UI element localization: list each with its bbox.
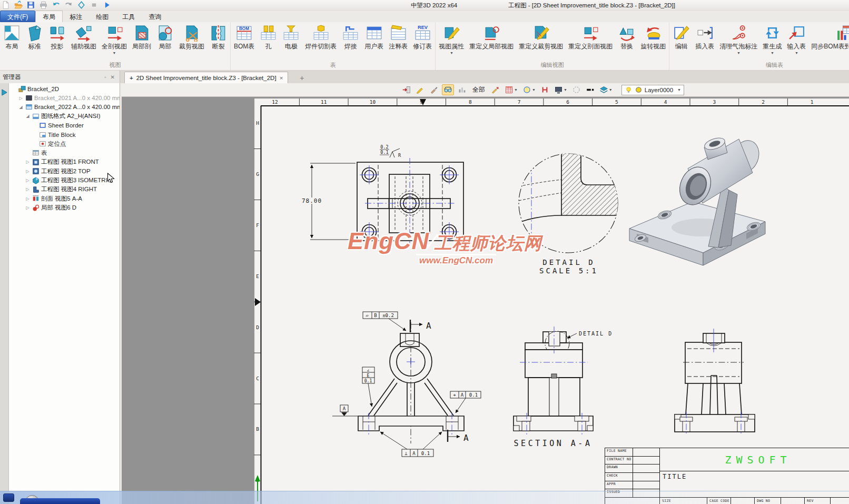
menu-tab[interactable]: 查询 [142,11,168,22]
tree-item[interactable]: 定位点 [9,139,120,148]
view-section-aa[interactable]: DETAIL D SECTION A-A [514,327,613,448]
canvas-tool-button[interactable]: ▼ [504,84,519,95]
menu-tab[interactable]: 工具 [115,11,142,22]
view-right[interactable] [675,329,755,435]
canvas-tool-button[interactable]: ▼ [521,84,537,95]
tree-item[interactable]: ▷ 工程图 视图1 FRONT [9,157,120,166]
fcf-position[interactable]: ⌖ A 0.1 [450,391,481,413]
tree-expander-icon[interactable]: ▷ [25,169,31,174]
tab-close-icon[interactable]: × [280,75,283,81]
menu-tab[interactable]: 绘图 [89,11,115,22]
drawing-canvas[interactable]: ▼▼▼▼▼全部▼▼▼▼▼▼▼▼▼ Layer0000 ▼ [120,83,849,504]
document-tab[interactable]: + 2D Sheet Improvement_title block.Z3 - … [124,72,288,83]
ribbon-button[interactable]: 孔▼ [257,22,280,56]
ribbon-button[interactable]: 焊件切割表▼ [302,22,339,56]
tree-item[interactable]: ▷ 剖面 视图5 A-A [9,194,120,203]
canvas-tool-button[interactable]: ▼ [490,84,501,95]
ribbon-button[interactable]: 断裂▼ [207,22,230,56]
windows-taskbar[interactable] [0,491,849,504]
ribbon-button[interactable]: 焊接▼ [339,22,362,56]
drawing-sheet[interactable]: .ol{fill:none;stroke:#1a1a1a;stroke-widt… [254,98,849,504]
ribbon-button[interactable]: 旋转视图▼ [638,22,668,56]
taskbar-app-icon[interactable] [3,493,14,502]
ribbon-button[interactable]: 编辑▼ [670,22,693,56]
ribbon-button[interactable]: 同步BOM表到零件属性▼ [808,22,849,56]
menu-tab[interactable]: 标注 [63,11,89,22]
qat-button-icon[interactable] [64,1,73,9]
ribbon-button[interactable]: 输入表▼ [784,22,808,56]
ribbon-button[interactable]: 标准▼ [23,22,46,56]
file-menu-button[interactable]: 文件(F) [0,11,35,22]
tree-item[interactable]: ◢ 图纸格式 A2_H(ANSI) [9,112,120,121]
tree-expander-icon[interactable]: ▷ [25,205,31,210]
panel-close-icon[interactable]: ✕ [108,74,117,80]
canvas-tool-button[interactable]: ▼ [457,84,468,95]
view-front[interactable]: A A ▱ B ±0.2 [332,312,481,457]
qat-button-icon[interactable] [77,1,86,9]
ribbon-button[interactable]: 布局▼ [1,22,23,56]
tree-item[interactable]: ▷ 工程图 视图2 TOP [9,167,120,176]
tree-expander-icon[interactable]: ◢ [18,105,24,110]
ribbon-button[interactable]: 替换▼ [615,22,638,56]
ribbon-button[interactable]: 重定义裁剪视图▼ [516,22,566,56]
ribbon-button[interactable]: 重定义局部视图▼ [467,22,516,56]
ribbon-button[interactable]: 局部▼ [154,22,176,56]
ribbon-button[interactable]: 用户表▼ [362,22,386,56]
qat-button-icon[interactable] [26,1,35,9]
ribbon-button[interactable]: 裁剪视图▼ [176,22,207,56]
tree-item[interactable]: 表 [9,149,120,157]
canvas-tool-button[interactable]: ▼ [401,84,412,95]
ribbon-button[interactable]: 插入表▼ [693,22,717,56]
canvas-tool-button[interactable]: ▼ [571,84,582,95]
ribbon-button[interactable]: 投影▼ [46,22,68,56]
ribbon-button[interactable]: 注释表▼ [386,22,410,56]
tree-item[interactable]: ▷ Bracket_2021 A...0 x 420.00 mm) [9,93,120,102]
ribbon-button[interactable]: BOMBOM表▼ [231,22,257,56]
ribbon-button[interactable]: 重生成▼ [760,22,784,56]
menu-tab[interactable]: 布局 [35,11,63,22]
tree-expander-icon[interactable]: ▷ [18,96,24,101]
ribbon-button[interactable]: 清理气泡标注▼ [717,22,760,56]
fcf-flatness[interactable]: ▱ B ±0.2 [363,312,406,331]
tree-item[interactable]: Sheet Border [9,121,120,130]
ribbon-button[interactable]: REV修订表▼ [410,22,435,56]
canvas-tool-button[interactable]: 全部▼ [470,84,487,95]
qat-button-icon[interactable] [14,1,23,9]
tree-expander-icon[interactable]: ▷ [25,178,31,183]
tree-item[interactable]: ▷ 工程图 视图4 RIGHT [9,185,120,194]
fcf-angularity[interactable]: ∠ E 0.1 [362,367,374,407]
view-isometric[interactable] [629,136,765,265]
fcf-perpendicularity[interactable]: ⊥ A 0.1 [380,432,442,457]
qat-button-icon[interactable] [102,1,111,9]
qat-button-icon[interactable] [52,1,61,9]
qat-button-icon[interactable] [1,1,10,9]
panel-float-icon[interactable]: ▫ [102,74,108,80]
canvas-tool-button[interactable]: ▼ [553,84,568,95]
new-tab-button[interactable]: + [295,74,308,83]
tree-item[interactable]: ◢ Bracket_2022 A...0 x 420.00 mm) [9,103,120,112]
tree-item[interactable]: ▷ 工程图 视图3 ISOMETRIC [9,176,120,185]
qat-button-icon[interactable] [90,1,98,9]
ribbon-button[interactable]: 电极▼ [280,22,302,56]
ribbon-button[interactable]: 辅助视图▼ [68,22,99,56]
ribbon-button[interactable]: 局部剖▼ [130,22,154,56]
tree-expander-icon[interactable]: ▷ [25,196,31,201]
canvas-tool-button[interactable]: ▼ [414,84,426,95]
layer-selector[interactable]: Layer0000 ▼ [621,85,684,95]
tree-expander-icon[interactable]: ◢ [25,114,31,118]
canvas-tool-button[interactable]: ▼ [539,84,550,95]
datum-a-flag[interactable]: A [332,405,358,416]
canvas-tool-button[interactable]: ▼ [585,84,596,95]
ribbon-button[interactable]: 全剖视图▼ [99,22,130,56]
tree-expander-icon[interactable]: ▷ [25,187,31,192]
tree-expander-icon[interactable]: ▷ [25,160,31,164]
qat-button-icon[interactable] [39,1,48,9]
tree-item[interactable]: Title Block [9,130,120,139]
tree-item[interactable]: ▷ 局部 视图6 D [9,203,120,212]
canvas-tool-button[interactable]: ▼ [442,84,454,95]
canvas-tool-button[interactable]: ▼ [598,84,614,95]
ribbon-button[interactable]: 重定义剖面视图▼ [566,22,615,56]
ribbon-button[interactable]: 视图属性▼ [436,22,467,56]
tree-item[interactable]: Bracket_2D [9,84,120,93]
canvas-tool-button[interactable]: ▼ [428,84,439,95]
